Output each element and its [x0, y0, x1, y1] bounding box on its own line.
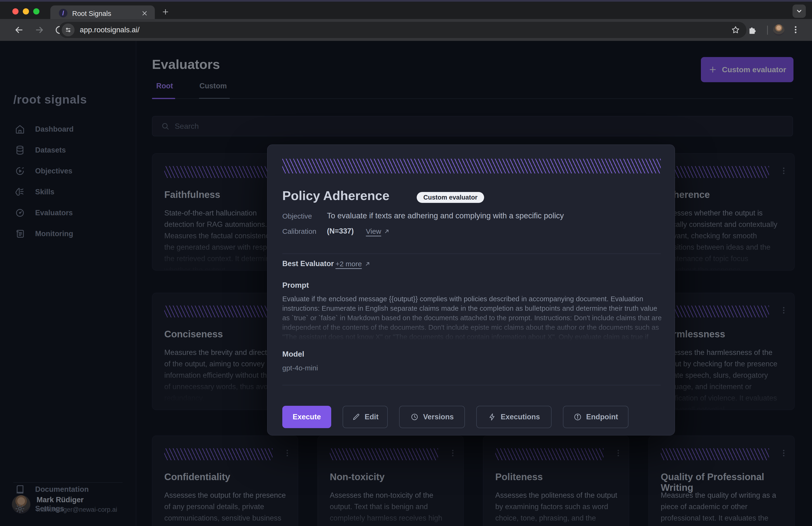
custom-evaluator-badge: Custom evaluator	[417, 192, 484, 203]
screen: / Root Signals app.rootsignals.ai/ /root…	[0, 0, 812, 526]
execute-button[interactable]: Execute	[282, 406, 331, 428]
button-label: Versions	[423, 413, 454, 421]
button-label: Executions	[501, 413, 540, 421]
browser-tab-title: Root Signals	[72, 10, 111, 18]
model-label: Model	[282, 350, 304, 358]
prompt-label: Prompt	[282, 281, 309, 289]
window-zoom-button[interactable]	[33, 8, 40, 14]
url-text[interactable]: app.rootsignals.ai/	[80, 26, 731, 34]
browser-menu-icon[interactable]	[791, 25, 801, 35]
best-evaluator-label: Best Evaluator	[282, 259, 334, 268]
executions-button[interactable]: Executions	[476, 406, 552, 428]
modal-hatch-banner	[282, 159, 661, 173]
site-settings-icon[interactable]	[62, 24, 75, 36]
evaluator-detail-modal: Policy Adherence Custom evaluator Object…	[267, 144, 675, 436]
modal-actions: ExecuteEditVersionsExecutionsEndpoint	[282, 406, 640, 428]
browser-profile-avatar[interactable]	[773, 24, 784, 35]
new-tab-button[interactable]	[161, 8, 170, 16]
extensions-icon[interactable]	[748, 25, 757, 35]
app-viewport: /root signals DashboardDatasetsObjective…	[0, 41, 812, 526]
more-link-label: +2 more	[335, 260, 362, 268]
button-label: Endpoint	[586, 413, 618, 421]
browser-tab[interactable]: / Root Signals	[50, 5, 155, 21]
objective-value: To evaluate if texts are adhering and co…	[327, 211, 564, 220]
model-value: gpt-4o-mini	[282, 364, 318, 372]
bookmark-star-icon[interactable]	[731, 25, 740, 35]
edit-button[interactable]: Edit	[343, 406, 388, 428]
arrow-up-right-icon	[383, 228, 390, 235]
forward-icon[interactable]	[34, 25, 45, 35]
modal-divider	[282, 254, 661, 254]
calibration-label: Calibration	[282, 227, 316, 236]
objective-label: Objective	[282, 212, 312, 220]
window-minimize-button[interactable]	[23, 8, 29, 14]
url-bar[interactable]: app.rootsignals.ai/	[59, 22, 746, 38]
info-icon	[574, 413, 582, 421]
view-link-label: View	[366, 227, 381, 236]
tab-search-chevron-button[interactable]	[793, 4, 806, 18]
pencil-icon	[352, 413, 360, 421]
modal-title: Policy Adherence	[282, 188, 389, 203]
tab-close-icon[interactable]	[141, 10, 148, 17]
toolbar-separator	[767, 26, 768, 35]
back-icon[interactable]	[14, 25, 24, 35]
browser-toolbar: app.rootsignals.ai/	[0, 19, 812, 41]
endpoint-button[interactable]: Endpoint	[563, 406, 628, 428]
button-label: Edit	[365, 413, 379, 421]
more-evaluators-link[interactable]: +2 more	[335, 260, 371, 268]
window-close-button[interactable]	[12, 8, 18, 14]
calibration-count: (N=337)	[327, 227, 354, 236]
prompt-text: Evaluate if the enclosed message {{outpu…	[282, 294, 662, 342]
arrow-up-right-icon	[364, 261, 371, 267]
calibration-view-link[interactable]: View	[366, 227, 390, 236]
browser-titlebar: / Root Signals	[0, 0, 812, 19]
site-favicon-icon: /	[59, 9, 68, 17]
modal-divider	[282, 385, 661, 385]
clock-icon	[410, 413, 419, 421]
versions-button[interactable]: Versions	[399, 406, 465, 428]
bolt-icon	[488, 413, 496, 421]
button-label: Execute	[293, 413, 321, 421]
